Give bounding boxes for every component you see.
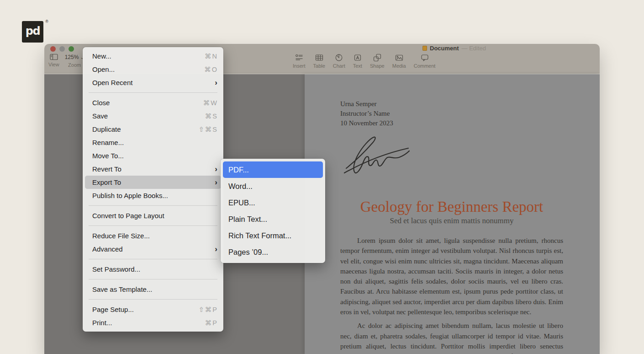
submenu-item-pdf[interactable]: PDF... xyxy=(223,161,323,178)
table-icon xyxy=(315,54,323,62)
view-button-label: View xyxy=(48,62,59,67)
window-title: Document — Edited xyxy=(422,45,486,52)
menu-item-print[interactable]: Print... ⌘P xyxy=(83,316,223,329)
chart-button[interactable]: Chart xyxy=(333,54,345,69)
submenu-item-word[interactable]: Word... xyxy=(223,178,323,194)
shape-icon xyxy=(373,54,381,62)
insert-button[interactable]: Insert xyxy=(293,54,306,69)
text-button-label: Text xyxy=(353,63,362,69)
insert-button-label: Insert xyxy=(293,63,306,69)
media-button[interactable]: Media xyxy=(392,54,406,69)
menu-item-advanced[interactable]: Advanced › xyxy=(83,242,223,256)
window-title-text: Document xyxy=(430,45,459,52)
menu-item-set-password[interactable]: Set Password... xyxy=(83,263,223,276)
author-name: Urna Semper xyxy=(340,99,563,109)
instructor-name: Instructor’s Name xyxy=(340,109,563,118)
table-button-label: Table xyxy=(313,63,325,69)
menu-separator xyxy=(89,279,217,279)
page-content: Urna Semper Instructor’s Name 10 Novembe… xyxy=(305,74,600,354)
text-button[interactable]: Text xyxy=(353,54,362,69)
file-menu: New... ⌘N Open... ⌘O Open Recent › Close… xyxy=(83,47,223,332)
view-sidebar-icon xyxy=(50,54,58,60)
menu-item-rename[interactable]: Rename... xyxy=(83,136,223,149)
fullscreen-window-button[interactable] xyxy=(69,46,74,52)
chevron-right-icon: › xyxy=(215,79,217,86)
traffic-lights xyxy=(50,46,74,52)
chevron-right-icon: › xyxy=(215,178,217,186)
menu-item-open[interactable]: Open... ⌘O xyxy=(83,63,223,76)
zoom-value: 125% xyxy=(65,54,79,60)
logo-text: pd xyxy=(26,25,40,38)
media-image-icon xyxy=(395,54,403,62)
menu-separator xyxy=(89,205,217,206)
submenu-item-epub[interactable]: EPUB... xyxy=(223,194,323,211)
menu-item-open-recent[interactable]: Open Recent › xyxy=(83,76,223,89)
registered-mark: ® xyxy=(45,19,48,24)
toolbar-right-group: Insert Table xyxy=(293,54,435,69)
toolbar-left-group: View 125% ⌄ Zoom xyxy=(48,54,84,68)
document-page[interactable]: Urna Semper Instructor’s Name 10 Novembe… xyxy=(305,74,600,354)
body-paragraph: Ac dolor ac adipiscing amet bibendum nul… xyxy=(340,321,563,354)
text-box-icon xyxy=(354,54,362,62)
menu-item-reduce-file-size[interactable]: Reduce File Size... xyxy=(83,229,223,242)
media-button-label: Media xyxy=(392,63,406,69)
minimize-window-button[interactable] xyxy=(59,46,65,52)
submenu-item-rich-text-format[interactable]: Rich Text Format... xyxy=(223,227,323,244)
document-file-icon xyxy=(422,46,427,51)
submenu-item-pages-09[interactable]: Pages ’09... xyxy=(223,244,323,260)
menu-item-save[interactable]: Save ⌘S xyxy=(83,109,223,123)
chevron-right-icon: › xyxy=(215,165,217,173)
document-subtitle: Sed et lacus quis enim mattis nonummy xyxy=(340,216,563,226)
menu-item-revert-to[interactable]: Revert To › xyxy=(83,162,223,176)
menu-separator xyxy=(89,92,217,93)
shape-button-label: Shape xyxy=(370,63,385,69)
comment-button[interactable]: Comment xyxy=(414,54,436,69)
menu-item-save-as-template[interactable]: Save as Template... xyxy=(83,283,223,296)
view-button[interactable]: View xyxy=(48,54,59,68)
menu-item-page-setup[interactable]: Page Setup... ⇧⌘P xyxy=(83,303,223,316)
comment-bubble-icon xyxy=(421,54,429,62)
chart-button-label: Chart xyxy=(333,63,345,69)
menu-item-export-to[interactable]: Export To › xyxy=(85,176,221,189)
submenu-item-plain-text[interactable]: Plain Text... xyxy=(223,211,323,227)
zoom-control-label: Zoom xyxy=(68,62,81,68)
comment-button-label: Comment xyxy=(414,63,436,69)
table-button[interactable]: Table xyxy=(313,54,325,69)
menu-item-close[interactable]: Close ⌘W xyxy=(83,96,223,109)
menu-item-new[interactable]: New... ⌘N xyxy=(83,49,223,63)
menu-separator xyxy=(89,299,217,300)
menu-separator xyxy=(89,225,217,226)
chevron-right-icon: › xyxy=(215,245,217,253)
signature-scribble xyxy=(342,134,412,175)
pandadoc-logo: pd ® xyxy=(22,21,43,43)
document-title: Geology for Beginners Report xyxy=(340,198,563,216)
menu-item-convert-to-page-layout[interactable]: Convert to Page Layout xyxy=(83,209,223,222)
menu-separator xyxy=(89,259,217,259)
insert-icon xyxy=(295,54,303,62)
zoom-control[interactable]: 125% ⌄ Zoom xyxy=(65,54,84,68)
shape-button[interactable]: Shape xyxy=(370,54,385,69)
close-window-button[interactable] xyxy=(50,46,56,52)
chart-pie-icon xyxy=(335,54,343,62)
document-date: 10 November 2023 xyxy=(340,118,563,128)
menu-item-move-to[interactable]: Move To... xyxy=(83,149,223,162)
screen: pd ® Document — Edited xyxy=(0,0,644,354)
menu-item-publish-to-apple-books[interactable]: Publish to Apple Books... xyxy=(83,189,223,202)
window-title-status: — Edited xyxy=(462,45,486,52)
body-paragraph: Lorem ipsum dolor sit amet, ligula suspe… xyxy=(340,236,563,317)
menu-item-duplicate[interactable]: Duplicate ⇧⌘S xyxy=(83,123,223,136)
export-to-submenu: PDF... Word... EPUB... Plain Text... Ric… xyxy=(221,159,325,263)
